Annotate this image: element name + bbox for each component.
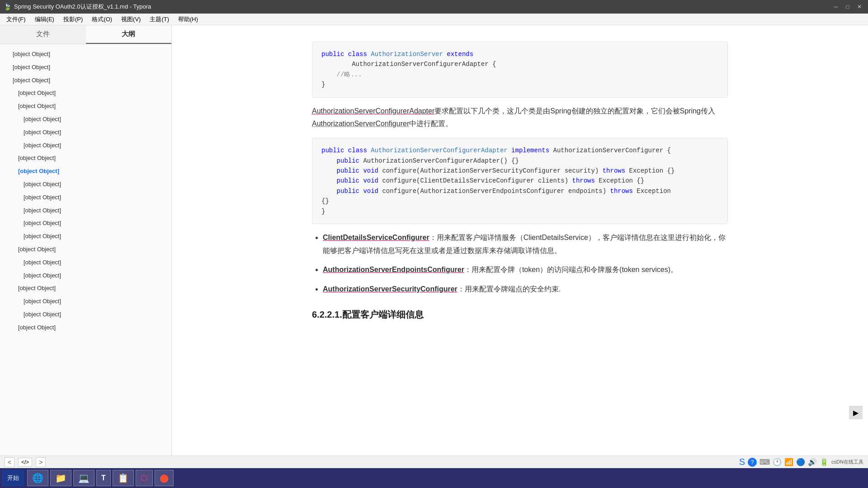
bottom-bar-right: S ? ⌨ 🕐 📶 🔵 🔊 🔋 csDN在线工具 — [739, 457, 863, 467]
bullet-list: ClientDetailsServiceConfigurer：用来配置客户端详情… — [323, 231, 728, 296]
main-layout: 文件 大纲 [object Object] [object Object] [o… — [0, 25, 868, 455]
taskbar-app-clipboard[interactable]: 📋 — [113, 470, 134, 486]
sidebar-item-manage-token[interactable]: [object Object] — [0, 191, 171, 204]
explorer-icon: 📁 — [55, 473, 66, 483]
computer-icon: 💻 — [78, 473, 90, 483]
wifi-icon: 📶 — [784, 458, 793, 466]
prev-button[interactable]: < — [5, 457, 14, 467]
typora-icon: T — [101, 474, 106, 482]
bottom-bar-left: < </> > — [5, 457, 46, 467]
taskbar-app-chrome[interactable]: 🌐 — [27, 470, 48, 486]
bullet-label-endpoints: AuthorizationServerEndpointsConfigurer — [323, 266, 464, 273]
code-block-top: public class AuthorizationServer extends… — [312, 42, 728, 98]
sidebar-item-simplified[interactable]: [object Object] — [0, 282, 171, 295]
bluetooth-icon: 🔵 — [796, 458, 805, 466]
bullet-item-security: AuthorizationServerSecurityConfigurer：用来… — [323, 283, 728, 296]
taskbar-app-idea[interactable]: ⬡ — [136, 470, 153, 486]
minimize-button[interactable]: ─ — [831, 2, 841, 12]
speaker-icon: 🔊 — [808, 458, 817, 466]
sidebar-item-token-security[interactable]: [object Object] — [0, 217, 171, 230]
taskbar-app-git[interactable]: ⬤ — [155, 470, 174, 486]
menu-format[interactable]: 格式(O) — [87, 14, 117, 24]
bullet-text-security: ：用来配置令牌端点的安全约束. — [458, 285, 561, 293]
maximize-button[interactable]: □ — [843, 2, 853, 12]
content-area[interactable]: public class AuthorizationServer extends… — [172, 25, 868, 455]
sidebar-item-web-security[interactable]: [object Object] — [0, 230, 171, 243]
clipboard-icon: 📋 — [118, 473, 129, 483]
sidebar-item-oauth2-intro[interactable]: [object Object] — [0, 61, 171, 74]
git-icon: ⬤ — [160, 473, 169, 483]
link-adapter: AuthorizationServerConfigurerAdapter — [312, 107, 434, 115]
menu-view[interactable]: 视图(V) — [117, 14, 145, 24]
code-block-main: public class AuthorizationServerConfigur… — [312, 138, 728, 224]
sidebar-item-env-setup[interactable]: [object Object] — [0, 100, 171, 113]
sidebar-item-order[interactable]: [object Object] — [0, 139, 171, 152]
scroll-right-button[interactable]: ▶ — [849, 406, 863, 419]
kbd-icon[interactable]: ⌨ — [760, 458, 770, 466]
app-icon: 🍃 — [4, 3, 11, 10]
help-icon[interactable]: ? — [748, 458, 757, 467]
menu-file[interactable]: 文件(F) — [2, 14, 30, 24]
sidebar-item-auth-code-test[interactable]: [object Object] — [0, 269, 171, 282]
chrome-icon: 🌐 — [32, 473, 43, 483]
bullet-text-endpoints: ：用来配置令牌（token）的访问端点和令牌服务(token services)… — [464, 266, 678, 273]
sidebar-item-auth-code[interactable]: [object Object] — [0, 243, 171, 256]
sidebar-item-env-intro[interactable]: [object Object] — [0, 87, 171, 100]
content-inner: public class AuthorizationServer extends… — [294, 25, 746, 346]
link-configurer: AuthorizationServerConfigurer — [312, 120, 409, 127]
sidebar-item-token-endpoint[interactable]: [object Object] — [0, 204, 171, 217]
start-button[interactable]: 开始 — [2, 470, 24, 486]
clock-icon: 🕐 — [773, 458, 782, 466]
sidebar-item-spring-cloud-oauth2[interactable]: [object Object] — [0, 74, 171, 87]
section-heading-client-config: 6.2.2.1.配置客户端详细信息 — [312, 307, 728, 322]
close-button[interactable]: ✕ — [854, 2, 864, 12]
next-button[interactable]: > — [36, 457, 46, 467]
bullet-item-client-details: ClientDetailsServiceConfigurer：用来配置客户端详情… — [323, 231, 728, 258]
sidebar-item-password-mode[interactable]: [object Object] — [0, 321, 171, 334]
sidebar-tabs: 文件 大纲 — [0, 25, 171, 44]
tab-files[interactable]: 文件 — [0, 25, 86, 44]
taskbar-app-explorer[interactable]: 📁 — [50, 470, 71, 486]
menu-help[interactable]: 帮助(H) — [174, 14, 203, 24]
sidebar-item-enable-auth-server[interactable]: [object Object] — [0, 165, 171, 178]
taskbar: 开始 🌐 📁 💻 T 📋 ⬡ ⬤ — [0, 468, 868, 488]
sidebar-item-client-details[interactable]: [object Object] — [0, 178, 171, 191]
bullet-label-client: ClientDetailsServiceConfigurer — [323, 234, 429, 241]
titlebar: 🍃 Spring Security OAuth2.0认证授权_v1.1.md -… — [0, 0, 868, 14]
sidebar-content[interactable]: [object Object] [object Object] [object … — [0, 44, 171, 455]
battery-icon: 🔋 — [820, 458, 829, 466]
bullet-item-endpoints: AuthorizationServerEndpointsConfigurer：用… — [323, 263, 728, 277]
menu-edit[interactable]: 编辑(E) — [30, 14, 59, 24]
csdn-label[interactable]: csDN在线工具 — [831, 459, 863, 465]
window-controls: ─ □ ✕ — [831, 2, 864, 12]
menubar: 文件(F) 编辑(E) 投影(P) 格式(O) 视图(V) 主题(T) 帮助(H… — [0, 14, 868, 25]
taskbar-app-typora[interactable]: T — [96, 470, 111, 486]
idea-icon: ⬡ — [141, 473, 148, 483]
sidebar-item-uaa[interactable]: [object Object] — [0, 126, 171, 139]
sogou-icon[interactable]: S — [739, 457, 745, 467]
sidebar-item-simplified-intro[interactable]: [object Object] — [0, 295, 171, 308]
menu-view-proj[interactable]: 投影(P) — [59, 14, 87, 24]
sidebar-item-auth-server-config[interactable]: [object Object] — [0, 152, 171, 165]
source-code-button[interactable]: </> — [18, 458, 32, 467]
bottom-bar: < </> > S ? ⌨ 🕐 📶 🔵 🔊 🔋 csDN在线工具 — [0, 455, 868, 468]
sidebar-item-oauth28[interactable]: [object Object] — [0, 48, 171, 61]
tab-outline[interactable]: 大纲 — [86, 25, 172, 44]
sidebar-item-auth-code-intro[interactable]: [object Object] — [0, 256, 171, 269]
sidebar: 文件 大纲 [object Object] [object Object] [o… — [0, 25, 172, 455]
paragraph-adapter-desc: AuthorizationServerConfigurerAdapter要求配置… — [312, 105, 728, 131]
bullet-label-security: AuthorizationServerSecurityConfigurer — [323, 285, 458, 293]
sidebar-item-parent-proj[interactable]: [object Object] — [0, 113, 171, 126]
sidebar-item-simplified-test[interactable]: [object Object] — [0, 308, 171, 321]
menu-theme[interactable]: 主题(T) — [145, 14, 174, 24]
taskbar-app-computer[interactable]: 💻 — [73, 470, 94, 486]
window-title: Spring Security OAuth2.0认证授权_v1.1.md - T… — [14, 3, 831, 11]
